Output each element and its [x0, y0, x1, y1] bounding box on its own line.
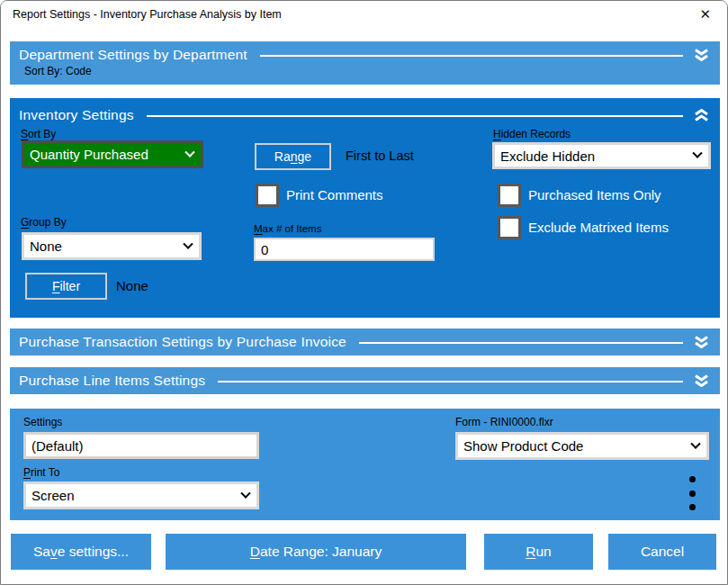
sort-by-select[interactable]: Quantity Purchased: [22, 140, 203, 168]
max-items-label: Max # of Items: [254, 223, 321, 234]
date-range-button[interactable]: Date Range: January: [166, 534, 466, 570]
footer-panel: Settings Form - RINI0000.flxr Show Produ…: [10, 409, 720, 520]
form-select[interactable]: Show Product Code: [455, 432, 709, 460]
hidden-records-label: Hidden Records: [493, 128, 571, 140]
chevron-down-icon: [240, 488, 250, 498]
save-settings-button[interactable]: Save settings...: [11, 534, 151, 570]
department-section-header[interactable]: Department Settings by Department: [10, 41, 720, 68]
hidden-records-select[interactable]: Exclude Hidden: [492, 142, 711, 169]
settings-label: Settings: [23, 416, 62, 428]
department-sort-by-summary: Sort By: Code: [24, 65, 92, 77]
purchase-line-items-title: Purchase Line Items Settings: [19, 373, 205, 389]
header-rule: [147, 115, 683, 117]
exclude-matrixed-items-checkbox[interactable]: [498, 216, 521, 239]
chevron-down-icon: [183, 238, 193, 248]
print-comments-checkbox[interactable]: [256, 184, 279, 207]
exclude-matrixed-items-label: Exclude Matrixed Items: [528, 220, 669, 235]
cancel-button[interactable]: Cancel: [608, 534, 716, 570]
sort-by-label: Sort By: [21, 128, 56, 140]
filter-button[interactable]: Filter: [25, 273, 107, 300]
run-button[interactable]: Run: [484, 534, 593, 570]
section-purchase-transaction: Purchase Transaction Settings by Purchas…: [10, 328, 720, 356]
inventory-section-title: Inventory Settings: [19, 107, 134, 123]
chevron-double-down-icon[interactable]: [694, 374, 709, 387]
section-purchase-line-items: Purchase Line Items Settings: [10, 367, 720, 394]
range-value: First to Last: [346, 148, 414, 163]
max-items-input[interactable]: [254, 238, 435, 261]
chevron-double-down-icon[interactable]: [694, 336, 709, 348]
purchased-items-only-checkbox[interactable]: [498, 184, 521, 207]
form-label: Form - RINI0000.flxr: [455, 416, 553, 428]
close-icon[interactable]: ✕: [699, 6, 711, 22]
kebab-menu-icon[interactable]: [683, 476, 701, 510]
print-comments-label: Print Comments: [286, 187, 383, 202]
print-to-select[interactable]: Screen: [23, 482, 259, 509]
purchase-line-items-header[interactable]: Purchase Line Items Settings: [10, 367, 720, 394]
form-value: Show Product Code: [463, 438, 692, 454]
print-to-label: Print To: [23, 466, 59, 479]
section-department-settings: Department Settings by Department Sort B…: [10, 41, 720, 85]
chevron-down-icon: [692, 148, 702, 158]
group-by-label: Group By: [21, 216, 67, 229]
purchased-items-only-label: Purchased Items Only: [528, 187, 661, 202]
titlebar: Report Settings - Inventory Purchase Ana…: [1, 1, 727, 30]
chevron-down-icon: [690, 438, 700, 448]
group-by-select[interactable]: None: [22, 232, 202, 260]
hidden-records-value: Exclude Hidden: [500, 148, 694, 164]
range-button[interactable]: Range: [255, 143, 331, 170]
inventory-section-header[interactable]: Inventory Settings: [10, 102, 720, 129]
window-title: Report Settings - Inventory Purchase Ana…: [13, 8, 282, 21]
group-by-value: None: [30, 238, 184, 254]
chevron-double-up-icon[interactable]: [694, 109, 709, 122]
department-section-title: Department Settings by Department: [19, 47, 247, 63]
section-inventory-settings: Inventory Settings Sort By Quantity Purc…: [10, 98, 720, 318]
purchase-transaction-header[interactable]: Purchase Transaction Settings by Purchas…: [10, 328, 720, 356]
report-settings-dialog: Report Settings - Inventory Purchase Ana…: [0, 0, 728, 585]
header-rule: [218, 381, 683, 382]
purchase-transaction-title: Purchase Transaction Settings by Purchas…: [19, 334, 346, 350]
header-rule: [260, 55, 683, 57]
settings-input[interactable]: [23, 432, 259, 459]
chevron-down-icon: [184, 147, 194, 157]
sort-by-value: Quantity Purchased: [30, 147, 186, 162]
filter-value: None: [116, 278, 148, 293]
header-rule: [359, 342, 683, 344]
print-to-value: Screen: [31, 488, 242, 503]
chevron-double-down-icon[interactable]: [694, 49, 709, 61]
